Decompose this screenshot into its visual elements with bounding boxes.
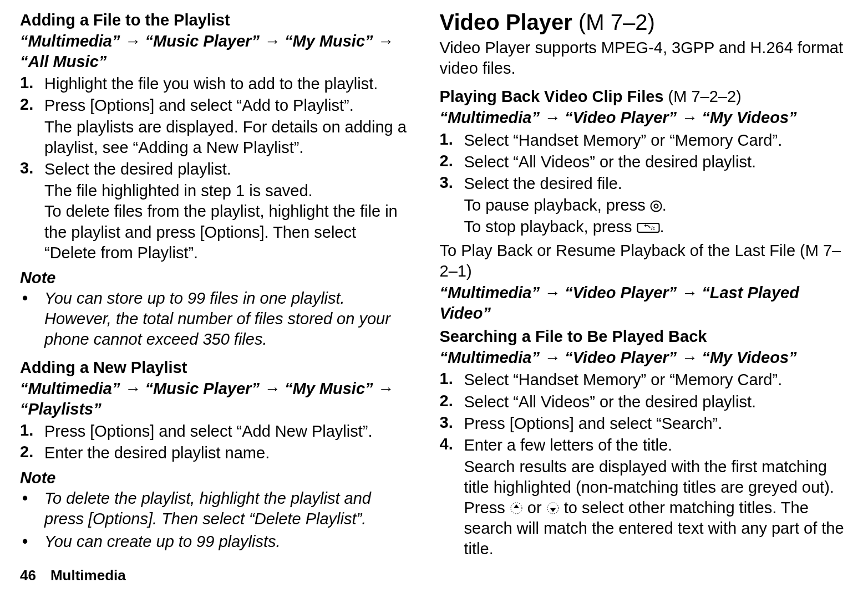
step-number: 1.: [20, 421, 33, 439]
heading-code: (M 7–2–2): [668, 88, 742, 105]
bullet-icon: •: [22, 488, 28, 509]
path-playing-back: “Multimedia” → “Video Player” → “My Vide…: [440, 108, 849, 127]
stop-text-after: .: [660, 218, 664, 236]
step: 1. Press [Options] and select “Add New P…: [20, 421, 412, 442]
step-text: Select “All Videos” or the desired playl…: [464, 393, 757, 411]
intro-video-player: Video Player supports MPEG-4, 3GPP and H…: [440, 38, 849, 79]
step-text: Select “Handset Memory” or “Memory Card”…: [464, 131, 783, 149]
page-footer: 46 Multimedia: [20, 567, 126, 584]
step-text: Select the desired playlist.: [44, 160, 231, 178]
resume-text: To Play Back or Resume Playback of the L…: [440, 242, 800, 259]
step-text: Select “All Videos” or the desired playl…: [464, 153, 757, 171]
step-text: Enter the desired playlist name.: [44, 444, 270, 462]
bullet-icon: •: [22, 288, 28, 309]
step-number: 4.: [440, 435, 453, 453]
step-text: Select “Handset Memory” or “Memory Card”…: [464, 371, 783, 388]
note-text: To delete the playlist, highlight the pl…: [44, 489, 371, 528]
heading-add-file: Adding a File to the Playlist: [20, 10, 412, 30]
path-search-file: “Multimedia” → “Video Player” → “My Vide…: [440, 347, 849, 367]
resume-playback-line: To Play Back or Resume Playback of the L…: [440, 241, 849, 282]
back-key-icon: /c: [637, 222, 660, 234]
step-number: 2.: [440, 392, 453, 410]
step: 2. Select “All Videos” or the desired pl…: [440, 152, 849, 172]
step-number: 1.: [440, 370, 453, 388]
step: 3. Select the desired file. To pause pla…: [440, 173, 849, 237]
note-label: Note: [20, 269, 412, 287]
step-subtext: The playlists are displayed. For details…: [44, 117, 412, 158]
step-text: Press [Options] and select “Search”.: [464, 415, 723, 432]
step: 1. Select “Handset Memory” or “Memory Ca…: [440, 370, 849, 390]
svg-marker-3: [644, 224, 646, 227]
steps-playing-back: 1. Select “Handset Memory” or “Memory Ca…: [440, 130, 849, 238]
heading-playing-back: Playing Back Video Clip Files (M 7–2–2): [440, 86, 849, 106]
step-number: 3.: [20, 159, 33, 177]
step: 1. Select “Handset Memory” or “Memory Ca…: [440, 130, 849, 151]
step-subtext: The file highlighted in step 1 is saved.…: [44, 181, 412, 263]
heading-text: Video Player: [440, 10, 579, 34]
step-number: 1.: [440, 130, 453, 149]
heading-video-player: Video Player (M 7–2): [440, 10, 849, 34]
document-page: Adding a File to the Playlist “Multimedi…: [0, 0, 868, 593]
pause-text-after: .: [662, 196, 667, 214]
step: 2. Press [Options] and select “Add to Pl…: [20, 95, 412, 158]
step-subtext-pause: To pause playback, press .: [464, 195, 849, 216]
right-column: Video Player (M 7–2) Video Player suppor…: [434, 10, 849, 587]
path-add-new-playlist: “Multimedia” → “Music Player” → “My Musi…: [20, 379, 412, 419]
notes-add-file: • You can store up to 99 files in one pl…: [20, 288, 412, 350]
path-last-played-video: “Multimedia” → “Video Player” → “Last Pl…: [440, 283, 849, 323]
pause-text-before: To pause playback, press: [464, 196, 650, 214]
heading-search-file: Searching a File to Be Played Back: [440, 326, 849, 346]
down-key-icon: [546, 502, 560, 515]
steps-search-file: 1. Select “Handset Memory” or “Memory Ca…: [440, 370, 849, 559]
note-text: You can store up to 99 files in one play…: [44, 289, 390, 348]
step: 4. Enter a few letters of the title. Sea…: [440, 435, 849, 560]
svg-point-1: [654, 205, 658, 208]
note-text: You can create up to 99 playlists.: [44, 533, 281, 550]
heading-code: (M 7–2): [578, 10, 655, 34]
step-text: Highlight the file you wish to add to th…: [44, 75, 378, 93]
svg-marker-6: [514, 504, 519, 508]
step-subtext: Search results are displayed with the fi…: [464, 457, 849, 560]
svg-rect-2: [637, 223, 659, 232]
step-number: 3.: [440, 173, 453, 192]
step-text: Enter a few letters of the title.: [464, 436, 673, 454]
step-text: Press [Options] and select “Add to Playl…: [44, 96, 354, 114]
steps-add-new-playlist: 1. Press [Options] and select “Add New P…: [20, 421, 412, 463]
left-column: Adding a File to the Playlist “Multimedi…: [20, 10, 434, 587]
step-number: 1.: [20, 74, 33, 92]
step-number: 2.: [20, 443, 33, 461]
step: 1. Highlight the file you wish to add to…: [20, 74, 412, 94]
note-label: Note: [20, 469, 412, 487]
steps-add-file: 1. Highlight the file you wish to add to…: [20, 74, 412, 263]
step: 2. Enter the desired playlist name.: [20, 443, 412, 463]
up-key-icon: [510, 502, 523, 515]
note-item: • You can create up to 99 playlists.: [20, 531, 412, 552]
step: 3. Press [Options] and select “Search”.: [440, 413, 849, 434]
svg-marker-8: [550, 508, 556, 512]
step-number: 2.: [20, 95, 33, 114]
step-text: Press [Options] and select “Add New Play…: [44, 422, 373, 440]
path-add-file: “Multimedia” → “Music Player” → “My Musi…: [20, 31, 412, 71]
step-text: Select the desired file.: [464, 175, 622, 192]
notes-add-new-playlist: • To delete the playlist, highlight the …: [20, 488, 412, 552]
step: 3. Select the desired playlist. The file…: [20, 159, 412, 263]
svg-point-0: [651, 201, 661, 212]
step-number: 2.: [440, 152, 453, 170]
note-item: • To delete the playlist, highlight the …: [20, 488, 412, 529]
svg-text:/c: /c: [651, 226, 656, 231]
note-item: • You can store up to 99 files in one pl…: [20, 288, 412, 350]
search-sub-between: or: [527, 499, 546, 517]
center-key-icon: [650, 200, 662, 212]
heading-add-new-playlist: Adding a New Playlist: [20, 357, 412, 377]
step: 2. Select “All Videos” or the desired pl…: [440, 392, 849, 412]
heading-text: Playing Back Video Clip Files: [440, 88, 668, 105]
step-number: 3.: [440, 413, 453, 432]
stop-text-before: To stop playback, press: [464, 218, 637, 236]
bullet-icon: •: [22, 531, 28, 552]
step-subtext-stop: To stop playback, press /c .: [464, 217, 849, 237]
